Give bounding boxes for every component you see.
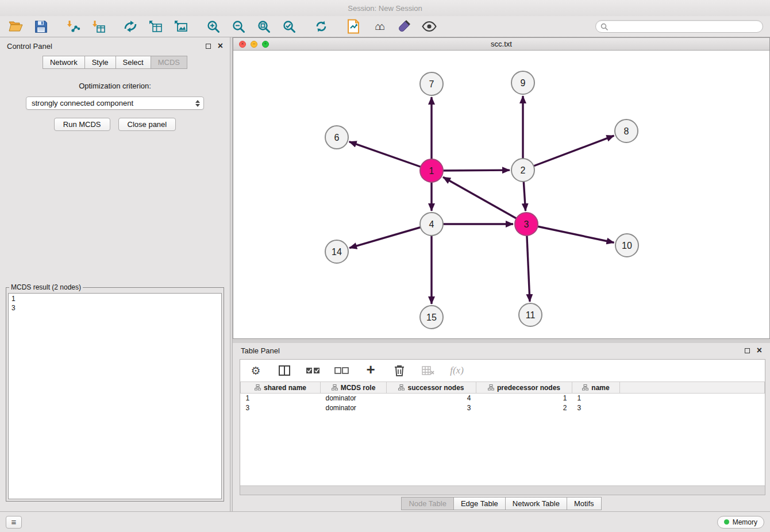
close-table-panel-icon[interactable]: × — [757, 346, 762, 355]
network-window: × − + scc.txt 7968124314101511 — [233, 37, 770, 339]
table-cell[interactable]: 4 — [387, 394, 476, 403]
delete-column-button[interactable] — [391, 363, 408, 378]
import-network-button[interactable] — [64, 18, 82, 35]
tab-network-table[interactable]: Network Table — [505, 497, 567, 510]
mcds-result-area[interactable]: 13 — [8, 293, 222, 499]
split-panel-button[interactable] — [276, 363, 293, 378]
memory-button[interactable]: Memory — [717, 516, 764, 529]
table-cell-filler — [620, 394, 765, 403]
run-mcds-button[interactable]: Run MCDS — [54, 118, 110, 131]
control-panel-title: Control Panel — [7, 42, 52, 51]
table-cell[interactable]: 3 — [241, 403, 321, 413]
float-panel-icon[interactable] — [206, 44, 211, 49]
close-panel-icon[interactable]: × — [218, 41, 223, 51]
open-session-button[interactable] — [7, 18, 24, 35]
show-hide-button[interactable] — [421, 18, 438, 35]
graph-edge-3-10[interactable] — [526, 224, 614, 242]
table-panel-tabs: Node TableEdge TableNetwork TableMotifs — [233, 497, 770, 510]
float-table-panel-icon[interactable] — [745, 348, 750, 353]
save-session-button[interactable] — [32, 18, 49, 35]
export-image-button[interactable] — [172, 18, 190, 35]
tab-network[interactable]: Network — [43, 56, 84, 69]
table-cell[interactable]: 3 — [387, 403, 476, 413]
graph-node-9[interactable]: 9 — [511, 71, 534, 94]
app-title-bar[interactable]: Session: New Session — [0, 0, 770, 16]
table-row[interactable]: 1dominator411 — [241, 394, 765, 403]
close-mcds-panel-button[interactable]: Close panel — [118, 118, 176, 131]
table-body: 1dominator4113dominator323 — [241, 394, 765, 413]
graph-node-3[interactable]: 3 — [515, 213, 538, 236]
mcds-panel: Optimization criterion: strongly connect… — [0, 82, 230, 131]
graph-edge-4-14[interactable] — [349, 224, 432, 248]
graph-node-15[interactable]: 15 — [420, 306, 443, 329]
network-window-titlebar[interactable]: × − + scc.txt — [233, 38, 769, 51]
criterion-dropdown[interactable]: strongly connected component — [26, 97, 204, 110]
column-header-filler — [620, 382, 765, 394]
window-zoom-button[interactable]: + — [262, 41, 269, 48]
column-header-name[interactable]: name — [572, 382, 620, 394]
table-cell[interactable]: 1 — [241, 394, 321, 403]
remove-table-button[interactable] — [419, 363, 437, 378]
style-button[interactable] — [395, 18, 413, 35]
import-table-button[interactable] — [90, 18, 107, 35]
window-close-button[interactable]: × — [239, 41, 246, 48]
graph-edge-2-8[interactable] — [523, 136, 614, 170]
task-history-button[interactable]: ≡ — [6, 516, 22, 529]
export-table-icon — [148, 20, 163, 33]
table-cell[interactable]: 1 — [476, 394, 572, 403]
apply-layout-button[interactable] — [313, 18, 330, 35]
add-column-button[interactable]: + — [362, 363, 379, 378]
control-panel: Control Panel × NetworkStyleSelectMCDS O… — [0, 37, 230, 511]
column-header-shared-name[interactable]: shared name — [241, 382, 321, 394]
tab-edge-table[interactable]: Edge Table — [453, 497, 505, 510]
svg-text:4: 4 — [429, 219, 434, 229]
column-header-predecessor-nodes[interactable]: predecessor nodes — [476, 382, 572, 394]
graph-node-10[interactable]: 10 — [615, 234, 638, 257]
search-input[interactable] — [611, 22, 758, 30]
report-button[interactable] — [345, 18, 362, 35]
column-header-MCDS-role[interactable]: MCDS role — [321, 382, 387, 394]
table-settings-button[interactable]: ⚙ — [247, 363, 264, 378]
graph-node-4[interactable]: 4 — [420, 213, 443, 236]
mcds-result-value: 1 — [11, 294, 218, 303]
column-header-successor-nodes[interactable]: successor nodes — [387, 382, 476, 394]
deselect-all-button[interactable] — [333, 363, 351, 378]
save-icon — [34, 20, 48, 33]
function-builder-button[interactable]: f(x) — [448, 363, 465, 378]
graph-edge-3-1[interactable] — [443, 177, 526, 224]
graph-node-11[interactable]: 11 — [519, 303, 542, 326]
search-box[interactable] — [595, 20, 763, 33]
zoom-selected-button[interactable] — [280, 18, 298, 35]
tab-select[interactable]: Select — [116, 56, 151, 69]
zoom-out-button[interactable] — [230, 18, 247, 35]
horizontal-scrollbar[interactable] — [240, 485, 765, 495]
delete-table-icon — [422, 366, 434, 375]
graph-node-8[interactable]: 8 — [615, 119, 638, 142]
graph-node-1[interactable]: 1 — [420, 159, 443, 182]
export-table-button[interactable] — [147, 18, 164, 35]
table-row[interactable]: 3dominator323 — [241, 403, 765, 413]
table-cell[interactable]: 3 — [572, 403, 620, 413]
graph-node-6[interactable]: 6 — [325, 126, 348, 149]
tab-mcds[interactable]: MCDS — [151, 56, 187, 69]
zoom-fit-button[interactable] — [255, 18, 272, 35]
graph-node-14[interactable]: 14 — [325, 240, 348, 263]
graph-node-7[interactable]: 7 — [420, 72, 443, 95]
network-window-title: scc.txt — [233, 40, 769, 48]
network-canvas[interactable]: 7968124314101511 — [233, 51, 769, 338]
graph-edge-1-6[interactable] — [349, 142, 432, 171]
zoom-in-button[interactable] — [205, 18, 222, 35]
table-cell[interactable]: dominator — [321, 394, 387, 403]
tab-motifs[interactable]: Motifs — [567, 497, 602, 510]
table-cell[interactable]: 2 — [476, 403, 572, 413]
select-all-button[interactable] — [305, 363, 322, 378]
tab-style[interactable]: Style — [84, 56, 116, 69]
export-network-button[interactable] — [122, 18, 139, 35]
tab-node-table[interactable]: Node Table — [401, 497, 453, 510]
svg-text:15: 15 — [426, 313, 437, 322]
table-cell[interactable]: 1 — [572, 394, 620, 403]
graph-node-2[interactable]: 2 — [511, 159, 534, 182]
table-cell[interactable]: dominator — [321, 403, 387, 413]
home-button[interactable]: ⌂⌂ — [370, 18, 387, 35]
window-minimize-button[interactable]: − — [251, 41, 257, 48]
